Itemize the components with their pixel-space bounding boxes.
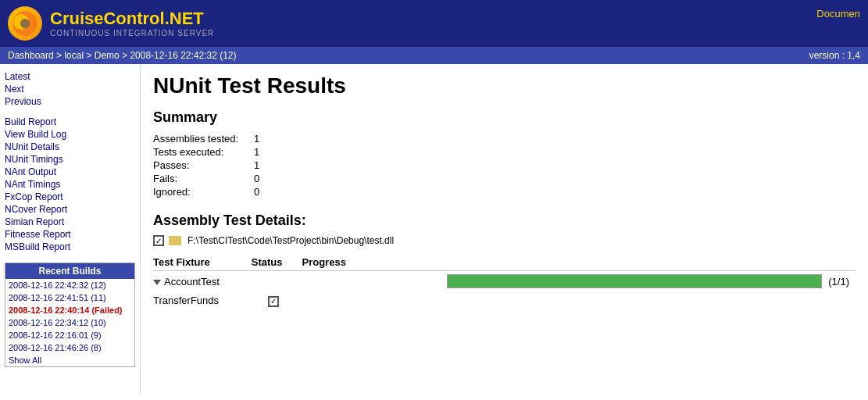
sidebar-link-simian-report[interactable]: Simian Report <box>5 216 135 228</box>
test-progress <box>302 291 856 310</box>
sidebar-report-links: Build ReportView Build LogNUnit DetailsN… <box>5 116 135 253</box>
progress-bar-outer <box>447 274 822 288</box>
summary-label: Passes: <box>153 159 254 172</box>
content-area: NUnit Test Results Summary Assemblies te… <box>141 64 868 394</box>
summary-value: 1 <box>254 159 275 172</box>
recent-build-link[interactable]: 2008-12-16 21:46:26 (8) <box>5 341 134 354</box>
progress-label: (1/1) <box>828 276 849 288</box>
version-label: version : 1,4 <box>809 50 860 61</box>
assembly-heading: Assembly Test Details: <box>153 212 855 229</box>
folder-icon <box>169 236 181 245</box>
assembly-path: F:\Test\CITest\Code\TestProject\bin\Debu… <box>188 235 394 246</box>
breadcrumb-bar: Dashboard > local > Demo > 2008-12-16 22… <box>0 47 868 64</box>
recent-build-link[interactable]: 2008-12-16 22:34:12 (10) <box>5 316 134 329</box>
recent-build-link[interactable]: 2008-12-16 22:42:32 (12) <box>5 279 134 291</box>
sidebar-nav: LatestNextPrevious <box>5 70 135 108</box>
svg-point-2 <box>20 19 30 28</box>
logo-text: CruiseControl.NET CONTINUOUS INTEGRATION… <box>50 9 214 38</box>
summary-row: Ignored:0 <box>153 185 275 198</box>
sidebar-link-nunit-timings[interactable]: NUnit Timings <box>5 153 135 166</box>
col-fixture: Test Fixture <box>153 254 252 271</box>
sidebar-link-ncover-report[interactable]: NCover Report <box>5 203 135 216</box>
sidebar-link-nant-timings[interactable]: NAnt Timings <box>5 178 135 191</box>
summary-table: Assemblies tested:1Tests executed:1Passe… <box>153 132 275 198</box>
sidebar-link-nant-output[interactable]: NAnt Output <box>5 166 135 178</box>
sidebar-link-previous[interactable]: Previous <box>5 95 135 108</box>
logo-icon <box>8 6 42 41</box>
test-group-row: AccountTest (1/1) <box>153 271 855 292</box>
page-title: NUnit Test Results <box>153 73 855 98</box>
col-progress: Progress <box>302 254 856 271</box>
table-row: TransferFunds <box>153 291 855 310</box>
summary-row: Fails:0 <box>153 172 275 185</box>
recent-builds-list: 2008-12-16 22:42:32 (12)2008-12-16 22:41… <box>5 279 134 354</box>
summary-label: Tests executed: <box>153 145 254 159</box>
test-table: Test Fixture Status Progress AccountTest… <box>153 254 855 310</box>
test-name: TransferFunds <box>153 291 252 310</box>
documentation-link[interactable]: Documen <box>816 5 860 20</box>
summary-value: 0 <box>254 185 275 198</box>
recent-builds-box: Recent Builds 2008-12-16 22:42:32 (12)20… <box>5 262 135 367</box>
status-check-icon <box>268 296 279 307</box>
sidebar-link-nunit-details[interactable]: NUnit Details <box>5 141 135 153</box>
main-layout: LatestNextPrevious Build ReportView Buil… <box>0 64 868 394</box>
summary-row: Assemblies tested:1 <box>153 132 275 145</box>
summary-label: Assemblies tested: <box>153 132 254 145</box>
summary-value: 1 <box>254 145 275 159</box>
summary-value: 1 <box>254 132 275 145</box>
show-all-link[interactable]: Show All <box>5 354 134 366</box>
test-group-status <box>252 271 302 292</box>
sidebar-link-next[interactable]: Next <box>5 83 135 95</box>
brand-name: CruiseControl.NET <box>50 9 214 29</box>
test-status <box>252 291 302 310</box>
progress-bar-inner <box>448 275 821 288</box>
assembly-checkbox <box>153 235 164 246</box>
recent-build-link[interactable]: 2008-12-16 22:41:51 (11) <box>5 291 134 304</box>
recent-build-link[interactable]: 2008-12-16 22:40:14 (Failed) <box>5 304 134 316</box>
assembly-bar: F:\Test\CITest\Code\TestProject\bin\Debu… <box>153 235 855 246</box>
sidebar-link-fxcop-report[interactable]: FxCop Report <box>5 191 135 203</box>
sidebar-link-build-report[interactable]: Build Report <box>5 116 135 128</box>
test-group-progress: (1/1) <box>302 271 856 292</box>
header: CruiseControl.NET CONTINUOUS INTEGRATION… <box>0 0 868 47</box>
sidebar-link-fitnesse-report[interactable]: Fitnesse Report <box>5 228 135 241</box>
sidebar-link-view-build-log[interactable]: View Build Log <box>5 128 135 141</box>
sidebar: LatestNextPrevious Build ReportView Buil… <box>0 64 141 394</box>
collapse-icon[interactable] <box>153 280 161 285</box>
sidebar-link-msbuild-report[interactable]: MSBuild Report <box>5 241 135 253</box>
logo-area: CruiseControl.NET CONTINUOUS INTEGRATION… <box>8 6 214 41</box>
recent-builds-header: Recent Builds <box>5 263 134 279</box>
sidebar-link-latest[interactable]: Latest <box>5 70 135 83</box>
test-group-name: AccountTest <box>153 271 252 292</box>
summary-label: Ignored: <box>153 185 254 198</box>
col-status: Status <box>252 254 302 271</box>
brand-subtitle: CONTINUOUS INTEGRATION SERVER <box>50 29 214 38</box>
summary-value: 0 <box>254 172 275 185</box>
summary-row: Tests executed:1 <box>153 145 275 159</box>
recent-build-link[interactable]: 2008-12-16 22:16:01 (9) <box>5 329 134 341</box>
summary-heading: Summary <box>153 109 855 126</box>
summary-label: Fails: <box>153 172 254 185</box>
summary-row: Passes:1 <box>153 159 275 172</box>
breadcrumb: Dashboard > local > Demo > 2008-12-16 22… <box>8 50 237 61</box>
